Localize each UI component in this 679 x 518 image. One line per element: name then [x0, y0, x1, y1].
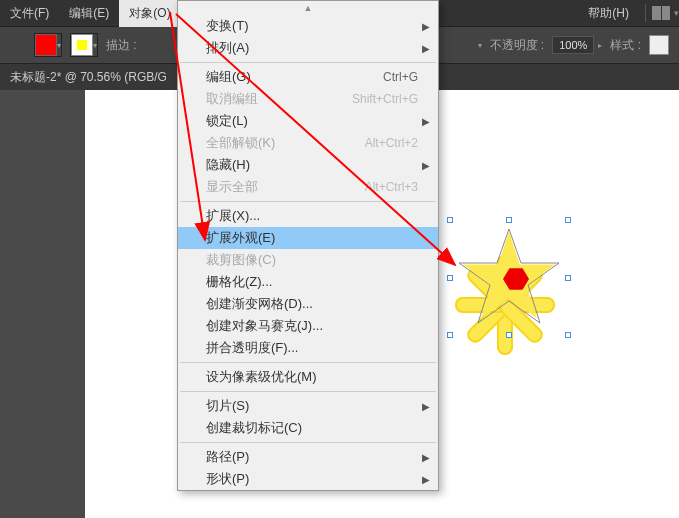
chevron-right-icon[interactable]: ▸ [598, 41, 602, 50]
menu-rasterize[interactable]: 栅格化(Z)... [178, 271, 438, 293]
stroke-swatch[interactable]: ▾ [70, 33, 98, 57]
menu-lock[interactable]: 锁定(L)▶ [178, 110, 438, 132]
menu-trim-marks[interactable]: 创建裁切标记(C) [178, 417, 438, 439]
selection-handle[interactable] [447, 275, 453, 281]
menu-slice[interactable]: 切片(S)▶ [178, 395, 438, 417]
menu-separator [180, 201, 436, 202]
menu-expand[interactable]: 扩展(X)... [178, 205, 438, 227]
opacity-label: 不透明度 : [490, 37, 545, 54]
opacity-value[interactable]: 100% [552, 36, 594, 54]
menu-ungroup: 取消编组Shift+Ctrl+G [178, 88, 438, 110]
selection-handle[interactable] [506, 217, 512, 223]
menu-crop-image: 裁剪图像(C) [178, 249, 438, 271]
menu-group[interactable]: 编组(G)Ctrl+G [178, 66, 438, 88]
menu-help[interactable]: 帮助(H) [578, 0, 639, 27]
menu-hide[interactable]: 隐藏(H)▶ [178, 154, 438, 176]
menu-edit[interactable]: 编辑(E) [59, 0, 119, 27]
object-menu-dropdown: ▲ 变换(T)▶ 排列(A)▶ 编组(G)Ctrl+G 取消编组Shift+Ct… [177, 0, 439, 491]
opacity-input[interactable]: 100% ▸ [552, 36, 602, 54]
selection-handle[interactable] [565, 332, 571, 338]
menu-arrange[interactable]: 排列(A)▶ [178, 37, 438, 59]
stroke-label: 描边 : [106, 37, 137, 54]
style-swatch[interactable] [649, 35, 669, 55]
menu-file[interactable]: 文件(F) [0, 0, 59, 27]
chevron-down-icon[interactable]: ▾ [478, 41, 482, 50]
menu-flatten-transparency[interactable]: 拼合透明度(F)... [178, 337, 438, 359]
menu-separator [180, 62, 436, 63]
divider [645, 4, 646, 22]
selection-handle[interactable] [565, 275, 571, 281]
menu-pixel-perfect[interactable]: 设为像素级优化(M) [178, 366, 438, 388]
menu-unlock-all: 全部解锁(K)Alt+Ctrl+2 [178, 132, 438, 154]
menu-shape[interactable]: 形状(P)▶ [178, 468, 438, 490]
selection-handle[interactable] [447, 332, 453, 338]
selection-handle[interactable] [447, 217, 453, 223]
menu-path[interactable]: 路径(P)▶ [178, 446, 438, 468]
stroke-color-swatch[interactable] [71, 34, 93, 56]
selection-handle[interactable] [506, 332, 512, 338]
fill-swatch[interactable]: ▾ [34, 33, 62, 57]
menu-show-all: 显示全部Alt+Ctrl+3 [178, 176, 438, 198]
menu-object[interactable]: 对象(O) [119, 0, 180, 27]
scroll-up-icon[interactable]: ▲ [178, 1, 438, 15]
selection-bounds [450, 220, 568, 335]
menu-separator [180, 391, 436, 392]
selection-handle[interactable] [565, 217, 571, 223]
document-title: 未标题-2* @ 70.56% (RGB/G [10, 69, 167, 86]
menu-expand-appearance[interactable]: 扩展外观(E) [178, 227, 438, 249]
chevron-down-icon[interactable]: ▾ [93, 41, 97, 50]
menu-mosaic[interactable]: 创建对象马赛克(J)... [178, 315, 438, 337]
menu-separator [180, 442, 436, 443]
workspace-layout-icon[interactable] [652, 6, 670, 20]
chevron-down-icon[interactable]: ▾ [674, 8, 679, 18]
menu-transform[interactable]: 变换(T)▶ [178, 15, 438, 37]
selected-artwork[interactable] [440, 220, 570, 390]
menu-separator [180, 362, 436, 363]
chevron-down-icon[interactable]: ▾ [57, 41, 61, 50]
menu-gradient-mesh[interactable]: 创建渐变网格(D)... [178, 293, 438, 315]
style-label: 样式 : [610, 37, 641, 54]
fill-color-swatch[interactable] [35, 34, 57, 56]
